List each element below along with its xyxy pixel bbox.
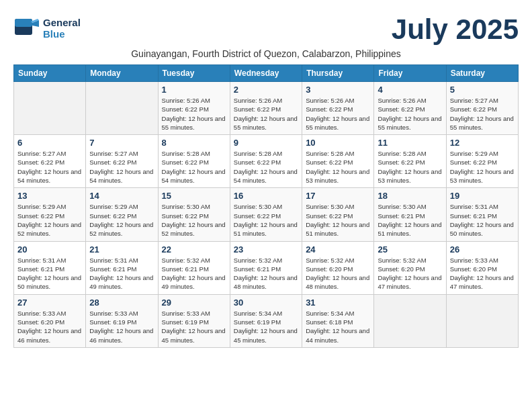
calendar-cell: 23Sunrise: 5:32 AM Sunset: 6:21 PM Dayli… <box>230 241 302 294</box>
calendar-cell: 10Sunrise: 5:28 AM Sunset: 6:22 PM Dayli… <box>302 135 374 188</box>
day-info: Sunrise: 5:33 AM Sunset: 6:19 PM Dayligh… <box>162 309 226 345</box>
day-info: Sunrise: 5:33 AM Sunset: 6:20 PM Dayligh… <box>17 309 82 345</box>
calendar-cell: 11Sunrise: 5:28 AM Sunset: 6:22 PM Dayli… <box>374 135 446 188</box>
day-number: 30 <box>234 298 298 308</box>
day-info: Sunrise: 5:27 AM Sunset: 6:22 PM Dayligh… <box>89 149 154 185</box>
calendar-cell: 12Sunrise: 5:29 AM Sunset: 6:22 PM Dayli… <box>446 135 518 188</box>
calendar-cell: 16Sunrise: 5:30 AM Sunset: 6:22 PM Dayli… <box>230 188 302 241</box>
day-number: 31 <box>306 298 370 308</box>
day-number: 26 <box>450 244 515 255</box>
calendar-header: SundayMondayTuesdayWednesdayThursdayFrid… <box>14 65 519 82</box>
day-number: 12 <box>450 138 515 148</box>
day-number: 9 <box>234 138 298 148</box>
day-info: Sunrise: 5:26 AM Sunset: 6:22 PM Dayligh… <box>234 96 298 132</box>
day-info: Sunrise: 5:29 AM Sunset: 6:22 PM Dayligh… <box>450 149 515 185</box>
calendar-cell: 6Sunrise: 5:27 AM Sunset: 6:22 PM Daylig… <box>14 135 86 188</box>
day-number: 25 <box>378 244 442 255</box>
day-info: Sunrise: 5:34 AM Sunset: 6:18 PM Dayligh… <box>306 309 370 345</box>
calendar-cell: 4Sunrise: 5:26 AM Sunset: 6:22 PM Daylig… <box>374 82 446 135</box>
calendar-cell: 2Sunrise: 5:26 AM Sunset: 6:22 PM Daylig… <box>230 82 302 135</box>
day-info: Sunrise: 5:29 AM Sunset: 6:22 PM Dayligh… <box>89 202 154 238</box>
day-info: Sunrise: 5:33 AM Sunset: 6:20 PM Dayligh… <box>450 256 515 291</box>
day-info: Sunrise: 5:26 AM Sunset: 6:22 PM Dayligh… <box>162 96 226 132</box>
day-number: 22 <box>162 244 226 255</box>
calendar-cell: 22Sunrise: 5:32 AM Sunset: 6:21 PM Dayli… <box>158 241 230 294</box>
day-number: 8 <box>162 138 226 148</box>
calendar-week-5: 27Sunrise: 5:33 AM Sunset: 6:20 PM Dayli… <box>14 294 519 347</box>
day-number: 19 <box>450 191 515 201</box>
day-number: 2 <box>234 85 298 95</box>
calendar-cell: 30Sunrise: 5:34 AM Sunset: 6:19 PM Dayli… <box>230 294 302 347</box>
calendar-cell: 9Sunrise: 5:28 AM Sunset: 6:22 PM Daylig… <box>230 135 302 188</box>
weekday-header-tuesday: Tuesday <box>158 65 230 82</box>
page-header: General Blue July 2025 <box>13 13 519 46</box>
calendar-week-4: 20Sunrise: 5:31 AM Sunset: 6:21 PM Dayli… <box>14 241 519 294</box>
calendar-week-1: 1Sunrise: 5:26 AM Sunset: 6:22 PM Daylig… <box>14 82 519 135</box>
calendar-cell: 5Sunrise: 5:27 AM Sunset: 6:22 PM Daylig… <box>446 82 518 135</box>
day-number: 11 <box>378 138 442 148</box>
calendar-cell <box>446 294 518 347</box>
day-info: Sunrise: 5:32 AM Sunset: 6:21 PM Dayligh… <box>234 256 298 291</box>
calendar-cell: 17Sunrise: 5:30 AM Sunset: 6:22 PM Dayli… <box>302 188 374 241</box>
day-info: Sunrise: 5:31 AM Sunset: 6:21 PM Dayligh… <box>17 256 82 291</box>
day-number: 16 <box>234 191 298 201</box>
weekday-header-wednesday: Wednesday <box>230 65 302 82</box>
weekday-header-monday: Monday <box>86 65 158 82</box>
day-number: 27 <box>17 298 82 308</box>
day-info: Sunrise: 5:32 AM Sunset: 6:20 PM Dayligh… <box>378 256 442 291</box>
calendar-cell <box>14 82 86 135</box>
calendar-cell: 14Sunrise: 5:29 AM Sunset: 6:22 PM Dayli… <box>86 188 158 241</box>
day-number: 20 <box>17 244 82 255</box>
logo: General Blue <box>13 13 81 43</box>
day-number: 1 <box>162 85 226 95</box>
logo-text: General Blue <box>43 17 81 40</box>
calendar-cell: 29Sunrise: 5:33 AM Sunset: 6:19 PM Dayli… <box>158 294 230 347</box>
day-info: Sunrise: 5:32 AM Sunset: 6:20 PM Dayligh… <box>306 256 370 291</box>
day-number: 17 <box>306 191 370 201</box>
calendar-cell: 20Sunrise: 5:31 AM Sunset: 6:21 PM Dayli… <box>14 241 86 294</box>
calendar-cell: 7Sunrise: 5:27 AM Sunset: 6:22 PM Daylig… <box>86 135 158 188</box>
day-number: 3 <box>306 85 370 95</box>
day-info: Sunrise: 5:28 AM Sunset: 6:22 PM Dayligh… <box>306 149 370 185</box>
weekday-header-friday: Friday <box>374 65 446 82</box>
day-info: Sunrise: 5:28 AM Sunset: 6:22 PM Dayligh… <box>162 149 226 185</box>
day-info: Sunrise: 5:34 AM Sunset: 6:19 PM Dayligh… <box>234 309 298 345</box>
svg-rect-1 <box>15 19 32 27</box>
calendar-cell: 24Sunrise: 5:32 AM Sunset: 6:20 PM Dayli… <box>302 241 374 294</box>
day-number: 28 <box>89 298 154 308</box>
weekday-header-thursday: Thursday <box>302 65 374 82</box>
weekday-header-sunday: Sunday <box>14 65 86 82</box>
day-info: Sunrise: 5:31 AM Sunset: 6:21 PM Dayligh… <box>450 202 515 238</box>
day-info: Sunrise: 5:27 AM Sunset: 6:22 PM Dayligh… <box>17 149 82 185</box>
day-number: 13 <box>17 191 82 201</box>
day-info: Sunrise: 5:28 AM Sunset: 6:22 PM Dayligh… <box>378 149 442 185</box>
calendar-cell: 28Sunrise: 5:33 AM Sunset: 6:19 PM Dayli… <box>86 294 158 347</box>
day-number: 6 <box>17 138 82 148</box>
day-number: 5 <box>450 85 515 95</box>
calendar-cell: 15Sunrise: 5:30 AM Sunset: 6:22 PM Dayli… <box>158 188 230 241</box>
calendar-cell: 21Sunrise: 5:31 AM Sunset: 6:21 PM Dayli… <box>86 241 158 294</box>
day-number: 15 <box>162 191 226 201</box>
day-info: Sunrise: 5:30 AM Sunset: 6:22 PM Dayligh… <box>162 202 226 238</box>
day-number: 10 <box>306 138 370 148</box>
day-info: Sunrise: 5:30 AM Sunset: 6:21 PM Dayligh… <box>378 202 442 238</box>
calendar-cell: 1Sunrise: 5:26 AM Sunset: 6:22 PM Daylig… <box>158 82 230 135</box>
calendar-cell: 25Sunrise: 5:32 AM Sunset: 6:20 PM Dayli… <box>374 241 446 294</box>
calendar-week-3: 13Sunrise: 5:29 AM Sunset: 6:22 PM Dayli… <box>14 188 519 241</box>
calendar-cell: 13Sunrise: 5:29 AM Sunset: 6:22 PM Dayli… <box>14 188 86 241</box>
calendar-cell: 3Sunrise: 5:26 AM Sunset: 6:22 PM Daylig… <box>302 82 374 135</box>
day-info: Sunrise: 5:32 AM Sunset: 6:21 PM Dayligh… <box>162 256 226 291</box>
day-number: 14 <box>89 191 154 201</box>
day-number: 29 <box>162 298 226 308</box>
day-info: Sunrise: 5:28 AM Sunset: 6:22 PM Dayligh… <box>234 149 298 185</box>
calendar-cell: 18Sunrise: 5:30 AM Sunset: 6:21 PM Dayli… <box>374 188 446 241</box>
calendar-subtitle: Guinayangan, Fourth District of Quezon, … <box>13 48 519 59</box>
calendar-cell <box>374 294 446 347</box>
calendar-cell: 31Sunrise: 5:34 AM Sunset: 6:18 PM Dayli… <box>302 294 374 347</box>
day-info: Sunrise: 5:30 AM Sunset: 6:22 PM Dayligh… <box>306 202 370 238</box>
day-info: Sunrise: 5:26 AM Sunset: 6:22 PM Dayligh… <box>306 96 370 132</box>
calendar-cell: 19Sunrise: 5:31 AM Sunset: 6:21 PM Dayli… <box>446 188 518 241</box>
day-number: 7 <box>89 138 154 148</box>
calendar-cell: 26Sunrise: 5:33 AM Sunset: 6:20 PM Dayli… <box>446 241 518 294</box>
weekday-header-saturday: Saturday <box>446 65 518 82</box>
